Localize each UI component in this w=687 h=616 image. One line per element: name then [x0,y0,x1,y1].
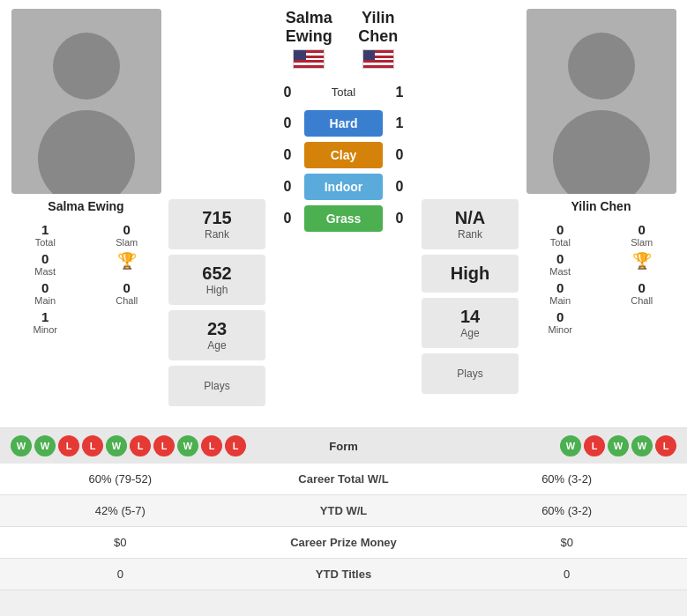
stat-right-value: 0 [446,559,687,590]
left-total-cell: 1 Total [9,222,82,248]
left-mast-value: 0 [41,251,49,266]
main-container: Salma Ewing 1 Total 0 Slam 0 Mast 🏆 [0,0,687,590]
stats-row: 0 YTD Titles 0 [0,559,687,590]
left-form-badge: L [201,435,222,456]
left-form-badge: W [106,435,127,456]
right-form-badges: WLWWL [388,435,677,456]
right-chall-value: 0 [638,280,646,295]
left-form-badge: L [130,435,151,456]
right-age-label: Age [427,327,513,339]
indoor-row: 0 Indoor 0 [274,174,413,200]
right-trophy-icon: 🏆 [632,251,652,271]
grass-btn: Grass [304,205,383,232]
left-minor-label: Minor [33,324,57,335]
right-rank-box: N/A Rank [422,199,519,249]
left-stats-grid: 1 Total 0 Slam 0 Mast 🏆 0 Main [9,222,163,335]
right-player-header-name: Yilin Chen [344,9,414,46]
right-minor-cell: 0 Minor [524,309,597,335]
left-age-value: 23 [174,319,260,339]
svg-point-4 [568,33,635,100]
right-slam-cell: 0 Slam [606,222,679,248]
right-high-value: High [427,263,513,284]
left-form-badge: L [153,435,175,456]
left-high-value: 652 [174,263,260,284]
right-player-photo [526,9,676,194]
left-main-value: 0 [41,280,49,295]
right-clay-score: 0 [386,147,413,163]
right-grass-score: 0 [386,211,413,226]
right-age-box: 14 Age [422,298,519,348]
right-chall-cell: 0 Chall [606,280,679,306]
right-rank-value: N/A [427,208,513,228]
left-player-header-name: Salma Ewing [274,9,344,46]
right-plays-label: Plays [427,367,513,380]
right-form-badge: L [584,435,605,456]
stat-center-label: YTD W/L [241,495,447,527]
right-main-value: 0 [556,280,564,295]
clay-row: 0 Clay 0 [274,142,413,168]
stats-row: 42% (5-7) YTD W/L 60% (3-2) [0,495,687,527]
indoor-btn: Indoor [304,174,383,200]
right-flag [362,49,394,69]
right-form-badge: W [608,435,629,456]
left-rank-box: 715 Rank [168,199,265,249]
left-form-badge: L [58,435,79,456]
stat-left-value: 42% (5-7) [0,495,241,527]
stat-center-label: YTD Titles [241,559,447,590]
clay-btn: Clay [304,142,383,168]
stats-table: 60% (79-52) Career Total W/L 60% (3-2) 4… [0,464,687,590]
right-form-badge: W [560,435,581,456]
left-plays-label: Plays [174,380,260,392]
right-mast-cell: 0 Mast [524,251,597,277]
total-row: 0 Total 1 [274,79,413,105]
right-indoor-score: 0 [386,179,413,195]
left-age-label: Age [174,339,260,352]
left-rank-value: 715 [174,208,260,228]
left-form-badge: W [177,435,198,456]
left-chall-label: Chall [116,295,138,306]
right-main-label: Main [549,295,571,306]
left-high-box: 652 High [168,255,265,305]
right-form-badge: W [631,435,653,456]
left-total-score: 0 [274,85,301,100]
right-plays-box: Plays [422,353,519,394]
stats-row: $0 Career Prize Money $0 [0,527,687,559]
grass-row: 0 Grass 0 [274,205,413,232]
right-minor-label: Minor [548,324,572,335]
right-high-box: High [422,255,519,293]
left-total-label: Total [35,237,56,248]
stat-center-label: Career Prize Money [241,527,447,559]
form-label: Form [300,440,388,453]
stat-center-label: Career Total W/L [241,464,447,495]
left-trophy-icon: 🏆 [117,251,137,271]
total-btn: Total [304,79,383,105]
right-age-value: 14 [427,307,513,327]
right-hard-score: 1 [386,115,413,131]
left-minor-cell: 1 Minor [9,309,82,335]
left-total-value: 1 [41,222,49,237]
left-mast-cell: 0 Mast [9,251,82,277]
left-form-badge: W [11,435,32,456]
left-slam-value: 0 [123,222,131,237]
left-slam-cell: 0 Slam [91,222,164,248]
left-indoor-score: 0 [274,179,301,195]
right-total-value: 0 [556,222,564,237]
left-slam-label: Slam [116,237,138,248]
right-stats-grid: 0 Total 0 Slam 0 Mast 🏆 0 Main [524,222,678,335]
right-total-cell: 0 Total [524,222,597,248]
left-hard-score: 0 [274,115,301,131]
right-minor-value: 0 [556,309,564,324]
right-main-cell: 0 Main [524,280,597,306]
left-high-label: High [174,284,260,296]
left-clay-score: 0 [274,147,301,163]
right-slam-label: Slam [631,237,653,248]
hard-btn: Hard [304,110,383,137]
right-mast-value: 0 [556,251,564,266]
right-rank-label: Rank [427,228,513,241]
stat-left-value: 60% (79-52) [0,464,241,495]
right-total-score: 1 [386,85,413,100]
stat-right-value: 60% (3-2) [446,495,687,527]
right-trophy-cell: 🏆 [606,251,679,277]
left-player-photo [11,9,161,194]
left-trophy-cell: 🏆 [91,251,164,277]
